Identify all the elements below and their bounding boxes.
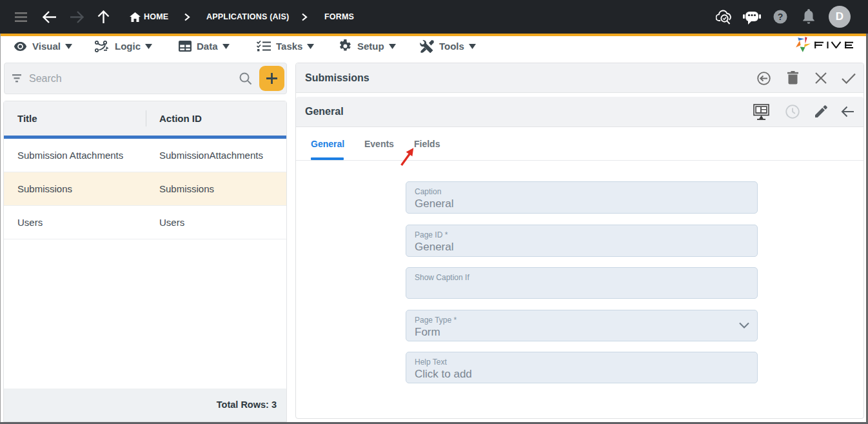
svg-text:?: ? [778, 12, 784, 22]
